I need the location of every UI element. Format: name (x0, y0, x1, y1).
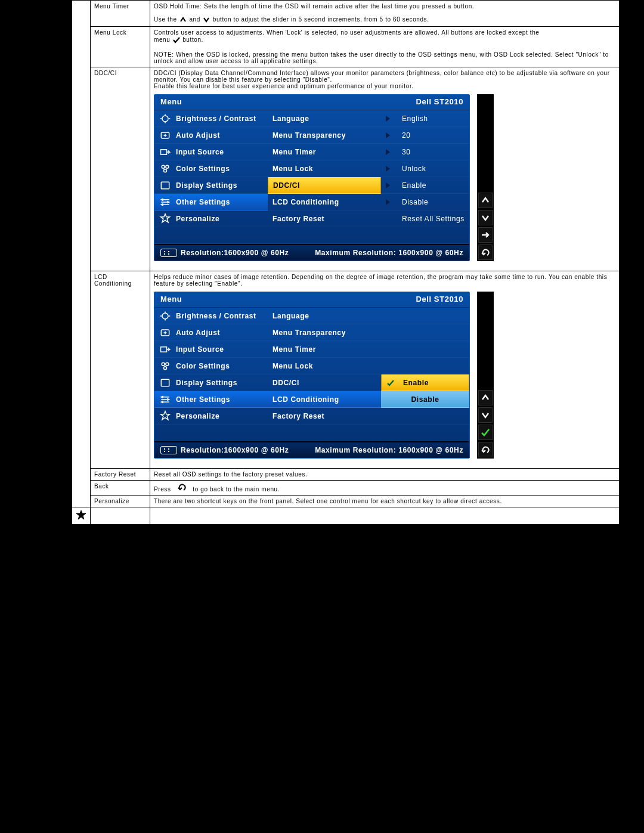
osd-value-item[interactable]: English (381, 110, 469, 127)
svg-point-9 (162, 165, 165, 168)
connector-icon (160, 249, 177, 257)
row-label-menu-lock: Menu Lock (91, 27, 150, 67)
osd-left-item[interactable]: Input Source (154, 144, 268, 160)
osd-left-item[interactable]: Brightness / Contrast (154, 308, 268, 324)
osd-model: Dell ST2010 (416, 97, 463, 106)
svg-point-26 (162, 363, 165, 366)
osd-left-item[interactable]: Brightness / Contrast (154, 110, 268, 127)
osd-model: Dell ST2010 (416, 295, 463, 304)
osd-title: Menu (160, 97, 182, 106)
row-label-personalize: Personalize (91, 496, 150, 507)
osd-value-item[interactable]: 30 (381, 144, 469, 160)
svg-point-28 (164, 366, 167, 369)
cell-back: Press to go back to the main menu. (150, 481, 620, 496)
osd-option-enable[interactable]: Enable (381, 374, 469, 391)
row-label-factory: Factory Reset (91, 469, 150, 481)
osd-mid-item[interactable]: Menu Timer (268, 341, 381, 358)
osd-hw-button-back[interactable] (478, 244, 493, 260)
osd-mid-item[interactable]: Factory Reset (268, 210, 381, 227)
osd-left-item[interactable]: Color Settings (154, 160, 268, 177)
svg-rect-29 (161, 379, 169, 386)
row-label-menu-timer: Menu Timer (91, 1, 150, 27)
osd-mid-item[interactable]: Menu Lock (268, 160, 381, 177)
svg-rect-25 (161, 346, 167, 351)
osd-value-item[interactable]: 20 (381, 127, 469, 144)
svg-point-10 (166, 165, 169, 168)
svg-point-17 (162, 313, 168, 319)
svg-point-27 (166, 363, 169, 366)
osd-mid-item[interactable]: Factory Reset (268, 408, 381, 425)
osd-button-strip (477, 292, 494, 459)
osd-left-item[interactable]: Display Settings (154, 177, 268, 194)
osd-option-disable[interactable]: Disable (381, 391, 469, 408)
osd-left-item[interactable]: Auto Adjust (154, 324, 268, 341)
osd-hw-button-up[interactable] (478, 390, 493, 405)
svg-point-11 (164, 169, 167, 172)
osd-value-item[interactable]: Enable (381, 177, 469, 194)
row-label-lcd: LCD Conditioning (91, 271, 150, 469)
osd-mid-item[interactable]: Menu Lock (268, 358, 381, 374)
osd-left-item[interactable]: Color Settings (154, 358, 268, 374)
svg-rect-12 (161, 182, 169, 189)
cell-personalize: There are two shortcut keys on the front… (150, 496, 620, 507)
osd-mid-item[interactable]: Menu Transparency (268, 324, 381, 341)
back-icon (177, 483, 187, 491)
osd-mid-item[interactable]: Language (268, 110, 381, 127)
osd-left-item[interactable]: Personalize (154, 210, 268, 227)
cell-menu-timer: OSD Hold Time: Sets the length of time t… (150, 1, 620, 27)
check-icon (172, 36, 181, 44)
svg-rect-8 (161, 149, 167, 154)
osd-mid-item[interactable]: LCD Conditioning (268, 194, 381, 210)
cell-menu-lock: Controls user access to adjustments. Whe… (150, 27, 620, 67)
row-label-ddcci: DDC/CI (91, 67, 150, 271)
osd-mid-item[interactable]: Menu Timer (268, 144, 381, 160)
osd-value-item[interactable]: Unlock (381, 160, 469, 177)
osd-mid-item[interactable]: LCD Conditioning (268, 391, 381, 408)
row-label-back: Back (91, 481, 150, 496)
osd-panel-ddcci: Menu Dell ST2010 Brightness / ContrastAu… (154, 94, 470, 261)
osd-left-item[interactable]: Display Settings (154, 374, 268, 391)
osd-mid-item[interactable]: DDC/CI (268, 374, 381, 391)
osd-hw-button-check[interactable] (478, 425, 493, 440)
osd-left-item[interactable]: Input Source (154, 341, 268, 358)
connector-icon (160, 446, 177, 454)
osd-left-item[interactable]: Auto Adjust (154, 127, 268, 144)
osd-left-item[interactable]: Other Settings (154, 391, 268, 408)
osd-hw-button-back[interactable] (478, 442, 493, 457)
cell-factory: Reset all OSD settings to the factory pr… (150, 469, 620, 481)
up-arrow-icon (179, 16, 187, 24)
osd-panel-lcd: Menu Dell ST2010 Brightness / ContrastAu… (154, 292, 470, 459)
osd-left-item[interactable]: Other Settings (154, 194, 268, 210)
star-icon (76, 510, 86, 521)
osd-hw-button-down[interactable] (478, 210, 493, 225)
osd-button-strip (477, 94, 494, 261)
svg-point-0 (162, 116, 168, 122)
osd-value-item[interactable]: Disable (381, 194, 469, 210)
osd-hw-button-right[interactable] (478, 227, 493, 243)
down-arrow-icon (202, 16, 210, 24)
osd-title: Menu (160, 295, 182, 304)
osd-left-item[interactable]: Personalize (154, 408, 268, 425)
osd-mid-item[interactable]: Language (268, 308, 381, 324)
osd-mid-item[interactable]: DDC/CI (268, 177, 381, 194)
cell-ddcci: DDC/CI (Display Data Channel/Command Int… (150, 67, 620, 271)
osd-mid-item[interactable]: Menu Transparency (268, 127, 381, 144)
osd-hw-button-up[interactable] (478, 193, 493, 208)
cell-lcd: Helps reduce minor cases of image retent… (150, 271, 620, 469)
osd-hw-button-down[interactable] (478, 407, 493, 423)
osd-value-item[interactable]: Reset All Settings (381, 210, 469, 227)
